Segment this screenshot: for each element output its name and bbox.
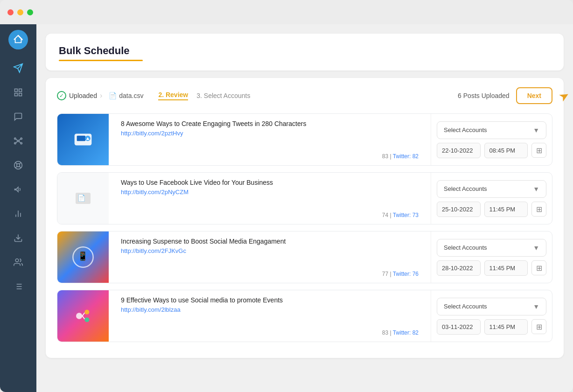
svg-line-10 [19, 139, 21, 140]
sidebar-item-network[interactable] [7, 130, 29, 152]
post-title: 8 Awesome Ways to Create Engaging Tweets… [121, 119, 419, 129]
time-field[interactable]: 11:45 PM [484, 202, 528, 217]
step-file: 📄 data.csv [109, 92, 143, 99]
svg-line-18 [15, 166, 17, 168]
svg-point-7 [14, 142, 16, 144]
svg-point-6 [21, 138, 22, 139]
select-accounts-dropdown[interactable]: Select Accounts ▼ [437, 121, 546, 139]
chevron-down-icon: ▼ [533, 185, 539, 193]
app-logo[interactable] [8, 30, 28, 49]
date-field[interactable]: 22-10-2022 [437, 143, 481, 158]
select-accounts-label: Select Accounts [444, 303, 487, 310]
svg-line-17 [19, 162, 21, 164]
date-field[interactable]: 28-10-2022 [437, 260, 481, 276]
file-icon: 📄 [109, 92, 117, 99]
post-thumbnail [57, 114, 109, 165]
svg-point-39 [84, 310, 89, 315]
svg-line-41 [82, 313, 84, 316]
svg-rect-3 [19, 93, 22, 96]
date-time-row: 28-10-2022 11:45 PM ⊞ [437, 260, 546, 276]
post-thumbnail: 📱 [57, 231, 109, 283]
minimize-button[interactable] [17, 9, 23, 15]
sidebar [0, 24, 36, 392]
svg-point-14 [17, 164, 20, 167]
svg-line-42 [82, 316, 84, 319]
sidebar-item-analytics[interactable] [7, 203, 29, 225]
post-thumbnail [57, 290, 109, 342]
add-time-button[interactable]: ⊞ [531, 260, 546, 275]
post-stats: 77 | Twitter: 76 [121, 271, 419, 277]
svg-point-23 [15, 259, 19, 262]
time-field[interactable]: 08:45 PM [484, 143, 528, 158]
post-stats: 74 | Twitter: 73 [121, 212, 419, 218]
svg-point-40 [84, 317, 89, 322]
step-divider-1: › [100, 91, 102, 100]
sidebar-item-megaphone[interactable] [7, 178, 29, 201]
post-title: Ways to Use Facebook Live Video for Your… [121, 178, 419, 188]
close-button[interactable] [7, 9, 14, 15]
add-time-button[interactable]: ⊞ [531, 319, 546, 334]
date-time-row: 03-11-2022 11:45 PM ⊞ [437, 319, 546, 335]
post-row: 📱 Increasing Suspense to Boost Social Me… [57, 231, 552, 283]
step-select-accounts[interactable]: 3. Select Accounts [196, 92, 250, 99]
sidebar-item-download[interactable] [7, 227, 29, 249]
select-accounts-label: Select Accounts [444, 185, 487, 192]
steps-bar: ✓ Uploaded › 📄 data.csv 2. Review 3. Sel… [57, 87, 552, 104]
chevron-down-icon: ▼ [533, 126, 539, 134]
post-stats: 83 | Twitter: 82 [121, 153, 419, 160]
post-link: http://bitly.com/2lblzaa [121, 306, 419, 313]
step-uploaded: ✓ Uploaded [57, 91, 97, 100]
post-row: 📄 Ways to Use Facebook Live Video for Yo… [57, 172, 552, 224]
step-review[interactable]: 2. Review [158, 91, 188, 100]
sidebar-item-support[interactable] [7, 154, 29, 176]
post-title: Increasing Suspense to Boost Social Medi… [121, 237, 419, 246]
steps-right: 6 Posts Uploaded Next ➤ [458, 87, 552, 104]
select-accounts-dropdown[interactable]: Select Accounts ▼ [437, 239, 546, 257]
add-time-button[interactable]: ⊞ [531, 202, 546, 217]
time-field[interactable]: 11:45 PM [484, 260, 528, 276]
date-time-row: 22-10-2022 08:45 PM ⊞ [437, 143, 546, 158]
sidebar-item-dashboard[interactable] [7, 81, 29, 104]
twitter-stat: Twitter: 82 [393, 329, 419, 336]
title-underline [59, 60, 143, 61]
sidebar-item-chat[interactable] [7, 105, 29, 128]
svg-rect-0 [15, 89, 18, 92]
svg-point-5 [14, 138, 16, 139]
page-title-card: Bulk Schedule [46, 34, 564, 70]
date-field[interactable]: 03-11-2022 [437, 319, 481, 335]
time-field[interactable]: 11:45 PM [484, 319, 528, 335]
post-link: http://bitly.com/2pztHvy [121, 130, 419, 137]
svg-line-12 [19, 141, 21, 143]
maximize-button[interactable] [27, 9, 33, 15]
twitter-stat: Twitter: 73 [393, 212, 419, 218]
add-time-button[interactable]: ⊞ [531, 143, 546, 158]
sidebar-item-team[interactable] [7, 251, 29, 273]
select-accounts-label: Select Accounts [444, 126, 487, 133]
post-title: 9 Effective Ways to use Social media to … [121, 296, 419, 305]
page-title: Bulk Schedule [59, 45, 551, 57]
svg-point-4 [17, 140, 19, 141]
post-stats: 83 | Twitter: 82 [121, 329, 419, 336]
post-row: 9 Effective Ways to use Social media to … [57, 290, 552, 342]
file-label: data.csv [119, 92, 143, 99]
twitter-stat: Twitter: 76 [393, 271, 419, 277]
select-accounts-dropdown[interactable]: Select Accounts ▼ [437, 298, 546, 315]
sidebar-item-send[interactable] [7, 57, 29, 79]
date-field[interactable]: 25-10-2022 [437, 202, 481, 217]
posts-count: 6 Posts Uploaded [458, 92, 510, 99]
post-row: 8 Awesome Ways to Create Engaging Tweets… [57, 113, 552, 166]
post-actions: Select Accounts ▼ 28-10-2022 11:45 PM ⊞ [431, 231, 552, 283]
content-area: Bulk Schedule ✓ Uploaded › 📄 data.csv [36, 24, 573, 392]
svg-rect-32 [77, 136, 85, 141]
post-actions: Select Accounts ▼ 22-10-2022 08:45 PM ⊞ [431, 114, 552, 165]
post-content: 8 Awesome Ways to Create Engaging Tweets… [114, 114, 425, 165]
next-button[interactable]: Next [516, 87, 552, 104]
uploaded-check-icon: ✓ [57, 91, 66, 100]
select-accounts-label: Select Accounts [444, 244, 487, 251]
post-link: http://bitly.com/2pNyCZM [121, 189, 419, 196]
svg-line-16 [19, 166, 21, 168]
select-accounts-dropdown[interactable]: Select Accounts ▼ [437, 180, 546, 198]
date-time-row: 25-10-2022 11:45 PM ⊞ [437, 202, 546, 217]
sidebar-item-list[interactable] [7, 275, 29, 298]
post-actions: Select Accounts ▼ 03-11-2022 11:45 PM ⊞ [431, 290, 552, 342]
